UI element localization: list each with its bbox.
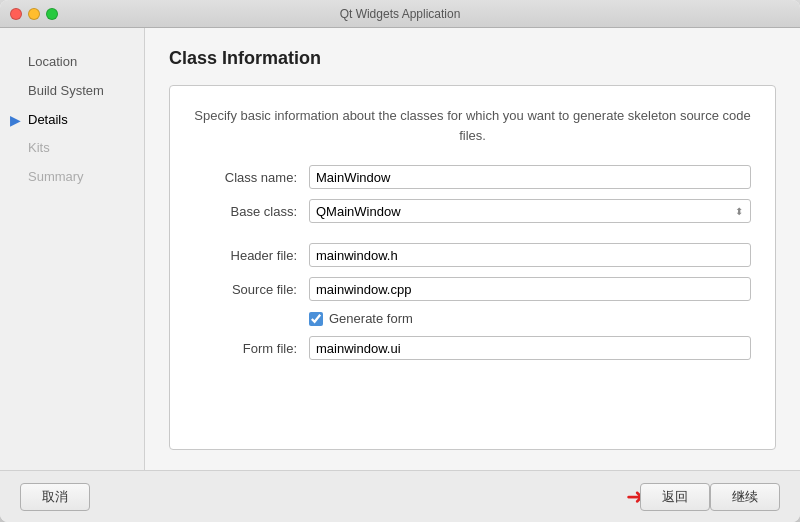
sidebar-item-details[interactable]: ▶ Details [0,106,144,135]
titlebar: Qt Widgets Application [0,0,800,28]
sidebar-item-kits: Kits [0,134,144,163]
header-file-input[interactable] [309,243,751,267]
base-class-label: Base class: [194,204,309,219]
class-name-input[interactable] [309,165,751,189]
back-button[interactable]: 返回 [640,483,710,511]
sidebar: Location Build System ▶ Details Kits Sum… [0,28,145,470]
base-class-select-wrapper: QMainWindow QDialog QWidget ⬍ [309,199,751,223]
sidebar-item-build-system[interactable]: Build System [0,77,144,106]
titlebar-buttons [10,8,58,20]
form-file-input[interactable] [309,336,751,360]
sidebar-item-kits-label: Kits [28,140,50,155]
class-name-row: Class name: [194,165,751,189]
sidebar-item-summary: Summary [0,163,144,192]
bottom-left-actions: 取消 [20,483,90,511]
section-title: Class Information [169,48,776,69]
source-file-input[interactable] [309,277,751,301]
close-button[interactable] [10,8,22,20]
sidebar-item-location[interactable]: Location [0,48,144,77]
window-title: Qt Widgets Application [340,7,461,21]
form-file-row: Form file: [194,336,751,360]
form-card: Specify basic information about the clas… [169,85,776,450]
generate-form-row: Generate form [309,311,751,326]
source-file-label: Source file: [194,282,309,297]
form-file-label: Form file: [194,341,309,356]
generate-form-checkbox[interactable] [309,312,323,326]
bottom-bar: 取消 ➜ 返回 继续 [0,470,800,522]
sidebar-item-summary-label: Summary [28,169,84,184]
main-area: Location Build System ▶ Details Kits Sum… [0,28,800,470]
header-file-row: Header file: [194,243,751,267]
header-file-label: Header file: [194,248,309,263]
active-arrow-icon: ▶ [10,109,21,131]
class-name-label: Class name: [194,170,309,185]
app-window: Qt Widgets Application Location Build Sy… [0,0,800,522]
card-description: Specify basic information about the clas… [194,106,751,145]
base-class-select[interactable]: QMainWindow QDialog QWidget [309,199,751,223]
cancel-button[interactable]: 取消 [20,483,90,511]
maximize-button[interactable] [46,8,58,20]
bottom-right-actions: ➜ 返回 继续 [626,483,780,511]
sidebar-item-location-label: Location [28,54,77,69]
content-area: Class Information Specify basic informat… [145,28,800,470]
sidebar-item-details-label: Details [28,112,68,127]
minimize-button[interactable] [28,8,40,20]
base-class-row: Base class: QMainWindow QDialog QWidget … [194,199,751,223]
generate-form-label[interactable]: Generate form [329,311,413,326]
continue-button[interactable]: 继续 [710,483,780,511]
source-file-row: Source file: [194,277,751,301]
sidebar-item-build-system-label: Build System [28,83,104,98]
